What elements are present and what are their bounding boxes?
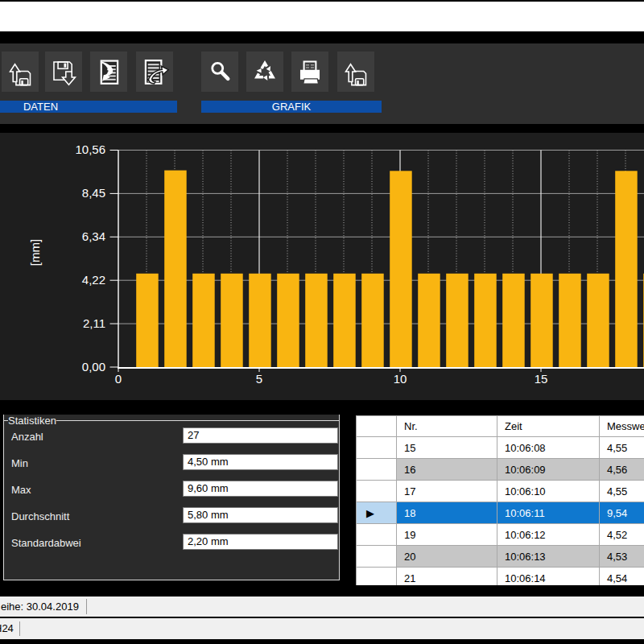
svg-text:10: 10 <box>394 372 407 386</box>
svg-text:0: 0 <box>115 372 122 386</box>
svg-text:5: 5 <box>256 372 262 386</box>
svg-text:0,00: 0,00 <box>82 360 105 374</box>
svg-text:10,56: 10,56 <box>75 142 105 156</box>
svg-text:[mm]: [mm] <box>28 239 42 266</box>
svg-text:8,45: 8,45 <box>82 186 105 200</box>
svg-text:2,11: 2,11 <box>83 316 105 330</box>
svg-text:4,22: 4,22 <box>82 273 105 287</box>
svg-text:6,34: 6,34 <box>82 229 105 243</box>
svg-text:15: 15 <box>535 372 548 386</box>
